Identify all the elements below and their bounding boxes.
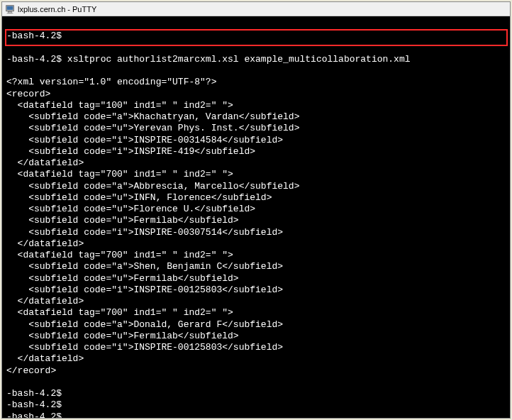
output-line: </datafield> <box>6 158 506 169</box>
output-line: <datafield tag="700" ind1=" " ind2=" "> <box>6 169 506 180</box>
command-line: -bash-4.2$ xsltproc authorlist2marcxml.x… <box>6 54 506 65</box>
trailing-prompts: -bash-4.2$-bash-4.2$-bash-4.2$ <box>6 388 506 418</box>
prompt-line: -bash-4.2$ <box>6 31 506 42</box>
output-line: <datafield tag="700" ind1=" " ind2=" "> <box>6 307 506 319</box>
terminal[interactable]: -bash-4.2$ -bash-4.2$ xsltproc authorlis… <box>2 16 510 418</box>
output-line: <subfield code="u">Florence U.</subfield… <box>6 204 506 215</box>
output-line: </datafield> <box>6 238 506 250</box>
prompt-line: -bash-4.2$ <box>6 388 506 399</box>
window-title: lxplus.cern.ch - PuTTY <box>18 5 96 13</box>
output-line: <subfield code="u">Fermilab</subfield> <box>6 331 506 342</box>
output-line: <subfield code="i">INSPIRE-00307514</sub… <box>6 227 506 238</box>
prompt: -bash-4.2$ <box>6 54 62 65</box>
output-line: <subfield code="i">INSPIRE-00125803</sub… <box>6 342 506 353</box>
output-line: <subfield code="i">INSPIRE-00314584</sub… <box>6 135 506 146</box>
output-line: <subfield code="u">Fermilab</subfield> <box>6 273 506 284</box>
output-line: <subfield code="u">Fermilab</subfield> <box>6 215 506 226</box>
output-line: </datafield> <box>6 296 506 307</box>
svg-rect-3 <box>7 13 13 13</box>
output-line: <?xml version="1.0" encoding="UTF-8"?> <box>6 77 506 88</box>
output-line: <datafield tag="100" ind1=" " ind2=" "> <box>6 100 506 111</box>
titlebar[interactable]: lxplus.cern.ch - PuTTY <box>2 2 510 16</box>
command-output: <?xml version="1.0" encoding="UTF-8"?><r… <box>6 77 506 377</box>
prompt: -bash-4.2$ <box>6 31 62 41</box>
output-line: <subfield code="i">INSPIRE-419</subfield… <box>6 146 506 158</box>
svg-rect-1 <box>7 6 13 9</box>
output-line: <subfield code="a">Khachatryan, Vardan</… <box>6 111 506 123</box>
output-line: <record> <box>6 89 506 100</box>
output-line: <subfield code="a">Abbrescia, Marcello</… <box>6 181 506 192</box>
svg-rect-2 <box>8 11 11 13</box>
output-line: <subfield code="i">INSPIRE-00125803</sub… <box>6 284 506 296</box>
output-line: </record> <box>6 365 506 377</box>
output-line: </datafield> <box>6 353 506 365</box>
output-line: <datafield tag="700" ind1=" " ind2=" "> <box>6 250 506 261</box>
output-line: <subfield code="u">INFN, Florence</subfi… <box>6 192 506 204</box>
output-line: <subfield code="a">Donald, Gerard F</sub… <box>6 319 506 331</box>
putty-icon <box>5 4 15 14</box>
output-line: <subfield code="u">Yerevan Phys. Inst.</… <box>6 123 506 134</box>
putty-window: lxplus.cern.ch - PuTTY -bash-4.2$ -bash-… <box>1 1 511 419</box>
command-text: xsltproc authorlist2marcxml.xsl example_… <box>67 54 411 65</box>
prompt-line: -bash-4.2$ <box>6 411 506 419</box>
output-line: <subfield code="a">Shen, Benjamin C</sub… <box>6 261 506 272</box>
prompt-line: -bash-4.2$ <box>6 399 506 411</box>
